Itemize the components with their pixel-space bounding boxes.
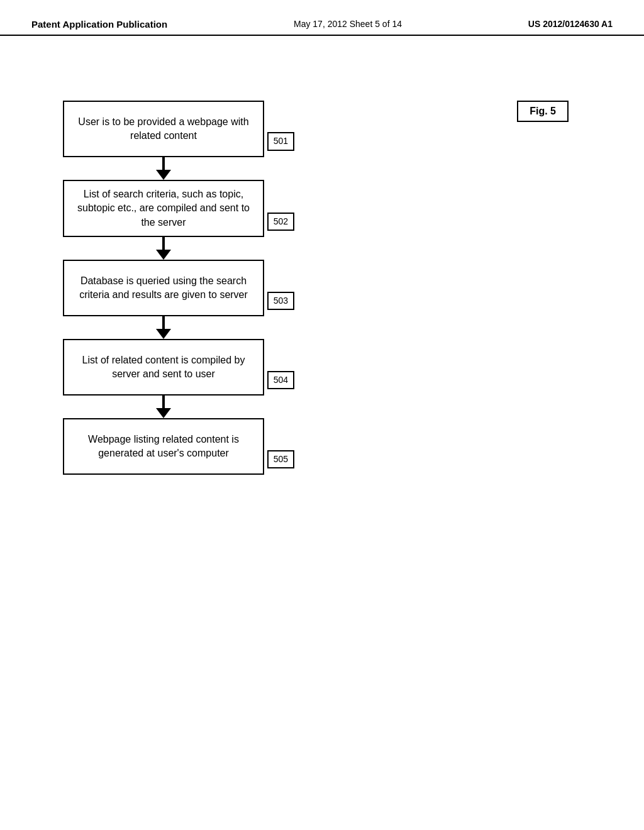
arrow-head-3 xyxy=(156,329,171,339)
figure-label: Fig. 5 xyxy=(517,101,569,122)
flowchart-diagram: User is to be provided a webpage with re… xyxy=(63,101,377,475)
step-label-505: 505 xyxy=(267,450,294,469)
flow-step-5: Webpage listing related content is gener… xyxy=(63,418,377,475)
arrow-head-1 xyxy=(156,170,171,180)
flow-step-2: List of search criteria, such as topic, … xyxy=(63,180,377,237)
page-header: Patent Application Publication May 17, 2… xyxy=(0,0,644,36)
flow-text-505: Webpage listing related content is gener… xyxy=(74,433,253,461)
flow-step-4: List of related content is compiled by s… xyxy=(63,339,377,396)
arrow-stem-1 xyxy=(162,157,165,170)
arrow-stem-3 xyxy=(162,316,165,329)
header-publication-label: Patent Application Publication xyxy=(31,19,167,30)
header-patent-number: US 2012/0124630 A1 xyxy=(528,19,613,29)
step-label-504: 504 xyxy=(267,371,294,390)
flow-box-503: Database is queried using the search cri… xyxy=(63,260,264,316)
flow-text-501: User is to be provided a webpage with re… xyxy=(74,115,253,143)
flow-box-501: User is to be provided a webpage with re… xyxy=(63,101,264,157)
step-label-503: 503 xyxy=(267,292,294,311)
flow-box-505: Webpage listing related content is gener… xyxy=(63,418,264,475)
flow-step-1: User is to be provided a webpage with re… xyxy=(63,101,377,157)
arrow-head-4 xyxy=(156,408,171,418)
arrow-4 xyxy=(63,396,264,418)
arrow-2 xyxy=(63,237,264,260)
arrow-head-2 xyxy=(156,250,171,260)
flow-box-502: List of search criteria, such as topic, … xyxy=(63,180,264,237)
arrow-3 xyxy=(63,316,264,339)
arrow-1 xyxy=(63,157,264,180)
header-date-sheet: May 17, 2012 Sheet 5 of 14 xyxy=(294,19,402,29)
flow-text-503: Database is queried using the search cri… xyxy=(74,274,253,302)
flow-text-504: List of related content is compiled by s… xyxy=(74,353,253,382)
flow-text-502: List of search criteria, such as topic, … xyxy=(74,187,253,230)
arrow-stem-4 xyxy=(162,396,165,408)
flow-box-504: List of related content is compiled by s… xyxy=(63,339,264,396)
flow-step-3: Database is queried using the search cri… xyxy=(63,260,377,316)
arrow-stem-2 xyxy=(162,237,165,250)
step-label-501: 501 xyxy=(267,132,294,151)
step-label-502: 502 xyxy=(267,213,294,231)
